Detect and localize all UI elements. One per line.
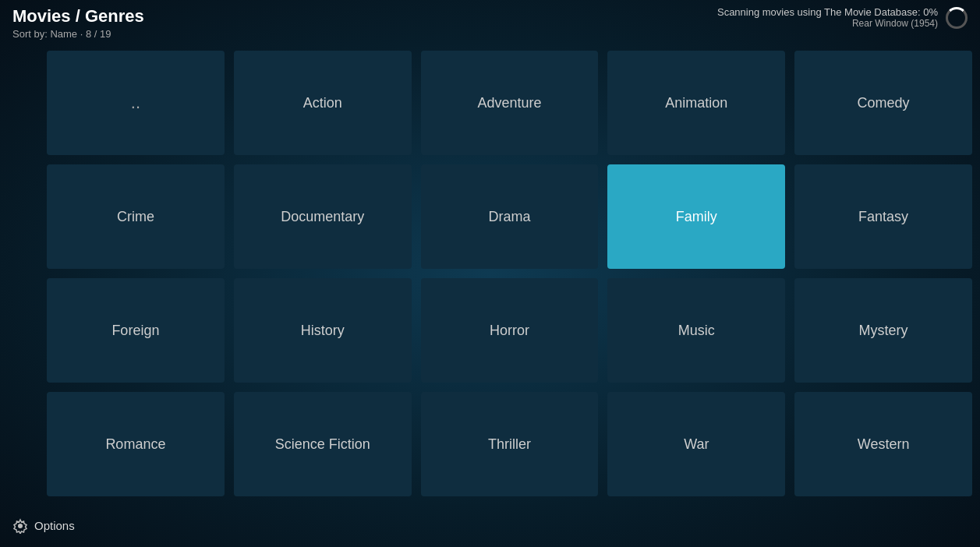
genre-btn-family[interactable]: Family xyxy=(607,164,785,269)
genre-btn-horror[interactable]: Horror xyxy=(421,278,599,383)
genre-btn-drama[interactable]: Drama xyxy=(421,164,599,269)
genre-btn-music[interactable]: Music xyxy=(607,278,785,383)
scan-status: Scanning movies using The Movie Database… xyxy=(717,6,938,18)
header-left: Movies / Genres Sort by: Name · 8 / 19 xyxy=(12,6,144,40)
header-right: Scanning movies using The Movie Database… xyxy=(717,6,968,29)
genre-btn-dotdot[interactable]: .. xyxy=(47,51,225,155)
genre-btn-animation[interactable]: Animation xyxy=(607,51,785,155)
genre-btn-thriller[interactable]: Thriller xyxy=(421,392,599,496)
genre-btn-science-fiction[interactable]: Science Fiction xyxy=(234,392,412,496)
loading-spinner xyxy=(946,7,968,29)
svg-point-0 xyxy=(18,524,23,528)
genre-btn-documentary[interactable]: Documentary xyxy=(234,164,412,269)
genre-btn-comedy[interactable]: Comedy xyxy=(794,51,972,155)
genre-btn-fantasy[interactable]: Fantasy xyxy=(794,164,972,269)
genre-btn-foreign[interactable]: Foreign xyxy=(47,278,225,383)
genre-btn-war[interactable]: War xyxy=(607,392,785,496)
genre-btn-romance[interactable]: Romance xyxy=(47,392,225,496)
header: Movies / Genres Sort by: Name · 8 / 19 S… xyxy=(0,0,980,45)
genre-btn-action[interactable]: Action xyxy=(234,51,412,155)
genre-btn-crime[interactable]: Crime xyxy=(47,164,225,269)
page-title: Movies / Genres xyxy=(12,6,144,26)
scan-file: Rear Window (1954) xyxy=(717,18,938,29)
options-label[interactable]: Options xyxy=(34,519,75,532)
genre-grid: ..ActionAdventureAnimationComedyCrimeDoc… xyxy=(47,51,972,496)
sort-label: Sort by: Name · 8 / 19 xyxy=(12,28,144,40)
footer: Options xyxy=(0,504,980,547)
scan-info: Scanning movies using The Movie Database… xyxy=(717,6,938,29)
genre-btn-history[interactable]: History xyxy=(234,278,412,383)
genre-btn-adventure[interactable]: Adventure xyxy=(421,51,599,155)
genre-btn-western[interactable]: Western xyxy=(794,392,972,496)
gear-icon xyxy=(12,518,28,534)
genre-btn-mystery[interactable]: Mystery xyxy=(794,278,972,383)
